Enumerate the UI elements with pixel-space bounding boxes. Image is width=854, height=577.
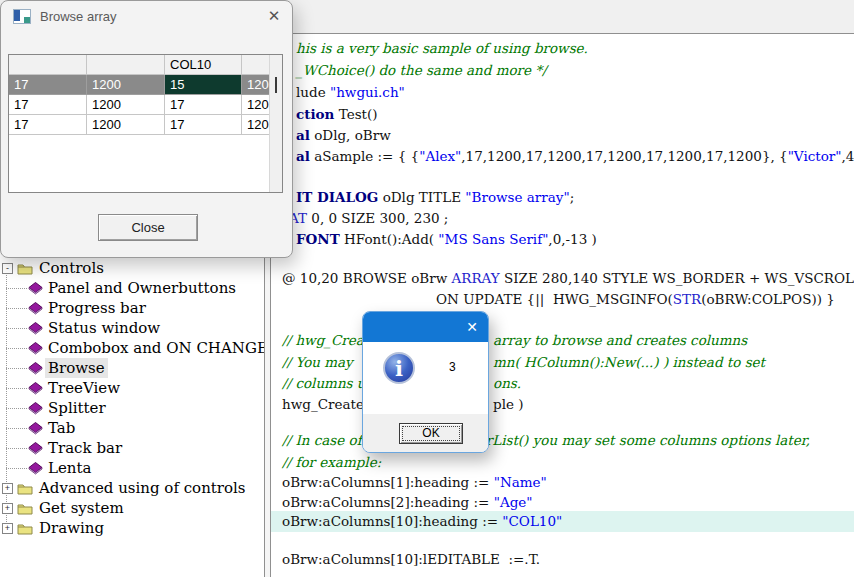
book-icon — [28, 341, 43, 359]
code-line-continuation: array to browse and creates columns — [493, 330, 747, 351]
code-segment: "Browse array" — [465, 189, 569, 205]
msgbox-footer: OK — [363, 414, 488, 452]
code-segment: al — [296, 127, 310, 143]
tree-item-combobox-and-on-change-e[interactable]: Combobox and ON CHANGE e — [0, 338, 264, 358]
tree-connector — [6, 408, 27, 409]
tree-item-label: Splitter — [45, 398, 109, 418]
code-segment: // columns u — [282, 375, 366, 391]
code-segment: oDlg, oBrw — [310, 127, 391, 143]
code-segment: HFont():Add( — [340, 231, 439, 247]
book-icon — [28, 281, 43, 299]
code-line: lude "hwgui.ch" — [271, 82, 854, 103]
code-line: hwg_Createple ) — [271, 394, 854, 415]
tree-item-get-system[interactable]: +Get system — [0, 498, 264, 518]
code-segment: ,0,-13 ) — [548, 231, 596, 247]
ok-button[interactable]: OK — [399, 423, 463, 444]
book-icon — [28, 381, 43, 399]
tree-item-advanced-using-of-controls[interactable]: +Advanced using of controls — [0, 478, 264, 498]
grid-header-cell[interactable]: COL10 — [165, 55, 242, 75]
tree-item-label: Advanced using of controls — [36, 478, 249, 498]
book-icon — [28, 301, 43, 319]
dialog-close-button[interactable]: ✕ — [256, 1, 292, 31]
tree-item-panel-and-ownerbuttons[interactable]: Panel and Ownerbuttons — [0, 278, 264, 298]
code-segment: oBrw:aColumns[1]:heading := — [282, 474, 494, 490]
grid-header-cell[interactable] — [242, 55, 270, 75]
grid-cell[interactable]: 17 — [165, 95, 242, 115]
tree-item-label: Progress bar — [45, 298, 149, 318]
grid-cell[interactable]: 120 — [242, 115, 270, 135]
grid-header-row[interactable]: COL10 — [9, 55, 282, 75]
grid-row[interactable]: 17120015120 — [9, 75, 282, 95]
grid-cell[interactable]: 1200 — [87, 115, 165, 135]
grid-cell[interactable]: 17 — [165, 115, 242, 135]
tree-item-label: Get system — [36, 498, 127, 518]
code-line: oBrw:aColumns[1]:heading := "Name" — [271, 472, 854, 493]
tree-item-browse[interactable]: Browse — [0, 358, 264, 378]
code-segment: ON UPDATE {|| HWG_MSGINFO( — [436, 291, 673, 307]
grid-scrollbar-thumb[interactable] — [275, 77, 277, 93]
tree-expand-box[interactable]: - — [2, 263, 13, 274]
tree-item-controls[interactable]: -Controls — [0, 258, 264, 278]
dialog-title: Browse array — [40, 9, 117, 24]
code-segment: Test() — [334, 106, 377, 122]
tree-item-drawing[interactable]: +Drawing — [0, 518, 264, 538]
tree-expand-box[interactable]: + — [2, 523, 13, 534]
tree-item-status-window[interactable]: Status window — [0, 318, 264, 338]
tree-connector — [6, 428, 27, 429]
grid-cell[interactable]: 1200 — [87, 95, 165, 115]
code-line: his is a very basic sample of using brow… — [271, 38, 854, 59]
code-line: // hwg_Creaarray to browse and creates c… — [271, 330, 854, 351]
code-segment: "Name" — [494, 474, 547, 490]
code-line: _WChoice() do the same and more */ — [271, 60, 854, 81]
tree-connector — [6, 288, 27, 289]
code-segment: // In case of — [282, 432, 366, 448]
grid-header-cell[interactable] — [9, 55, 87, 75]
grid-cell[interactable]: 1200 — [87, 75, 165, 95]
code-segment: _WChoice() do the same and more */ — [296, 62, 547, 78]
tree-item-label: Tab — [45, 418, 78, 438]
tree-expand-box[interactable]: + — [2, 483, 13, 494]
code-line-continuation: ple ) — [493, 394, 524, 415]
code-segment: ple ) — [493, 396, 524, 412]
folder-icon — [17, 261, 33, 279]
msgbox-close-icon[interactable]: ✕ — [466, 312, 478, 342]
grid-row[interactable]: 17120017120 — [9, 115, 282, 135]
msgbox-titlebar: ✕ — [363, 312, 488, 342]
grid-cell[interactable]: 17 — [9, 95, 87, 115]
browse-grid[interactable]: COL10171200151201712001712017120017120 — [8, 54, 283, 193]
tree-item-lenta[interactable]: Lenta — [0, 458, 264, 478]
tree-item-treeview[interactable]: TreeView — [0, 378, 264, 398]
code-line: FONT HFont():Add( "MS Sans Serif",0,-13 … — [271, 229, 854, 250]
grid-row[interactable]: 17120017120 — [9, 95, 282, 115]
book-icon — [28, 361, 43, 379]
tree-item-label: Lenta — [45, 458, 94, 478]
tree-item-label: Controls — [36, 258, 107, 278]
grid-cell[interactable]: 17 — [9, 115, 87, 135]
tree-connector — [6, 368, 27, 369]
code-segment: // hwg_Crea — [282, 332, 364, 348]
tree-item-splitter[interactable]: Splitter — [0, 398, 264, 418]
close-button[interactable]: Close — [98, 214, 198, 241]
folder-icon — [17, 521, 33, 539]
code-segment: mn( HColumn():New(...) ) instead to set — [493, 354, 765, 370]
grid-cell[interactable]: 120 — [242, 75, 270, 95]
tree-item-label: Panel and Ownerbuttons — [45, 278, 239, 298]
grid-vscrollbar[interactable] — [269, 55, 282, 192]
code-line: // You may mn( HColumn():New(...) ) inst… — [271, 352, 854, 373]
grid-cell[interactable]: 120 — [242, 95, 270, 115]
code-line: IT DIALOG oDlg TITLE "Browse array"; — [271, 187, 854, 208]
grid-cell[interactable]: 15 — [165, 75, 242, 95]
code-line: // In case of ArList() you may set some … — [271, 430, 854, 451]
tree-item-progress-bar[interactable]: Progress bar — [0, 298, 264, 318]
dialog-titlebar[interactable]: Browse array ✕ — [1, 1, 292, 31]
tree-expand-box[interactable]: + — [2, 503, 13, 514]
tree-item-tab[interactable]: Tab — [0, 418, 264, 438]
code-segment: ,17,1200,17,1200,17,1200,17,1200,17,1200… — [461, 148, 787, 164]
grid-header-cell[interactable] — [87, 55, 165, 75]
code-line-continuation: ArList() you may set some columns option… — [476, 430, 810, 451]
code-line: // for example: — [271, 452, 854, 473]
tree-connector — [6, 468, 27, 469]
grid-cell[interactable]: 17 — [9, 75, 87, 95]
tree-item-track-bar[interactable]: Track bar — [0, 438, 264, 458]
code-segment: oDlg TITLE — [378, 189, 465, 205]
